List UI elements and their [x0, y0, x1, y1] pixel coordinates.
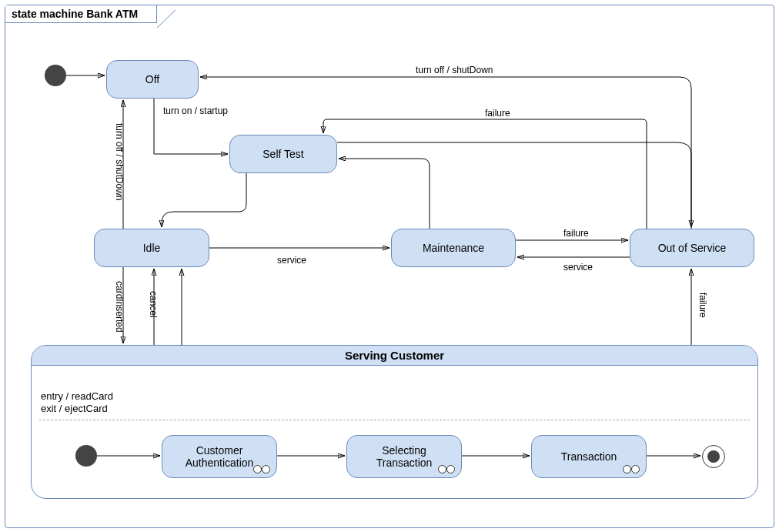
state-idle-label: Idle [143, 242, 161, 254]
initial-state-top [45, 65, 66, 86]
submachine-icon [253, 465, 270, 474]
composite-separator [39, 420, 750, 420]
frame-title-text: state machine Bank ATM [12, 8, 138, 20]
state-self-test-label: Self Test [262, 148, 303, 160]
composite-entry-text: entry / readCard [41, 390, 113, 403]
state-self-test: Self Test [229, 135, 337, 173]
lbl-failure-selftest-oos: failure [485, 108, 510, 119]
submachine-icon [623, 465, 640, 474]
initial-state-inner [75, 445, 97, 467]
state-customer-authentication: Customer Authentication [162, 435, 277, 478]
state-customer-authentication-label: Customer Authentication [186, 444, 254, 469]
state-out-of-service-label: Out of Service [658, 242, 727, 254]
lbl-service-idle-maint: service [277, 255, 306, 266]
composite-exit-text: exit / ejectCard [41, 403, 113, 415]
state-maintenance: Maintenance [391, 229, 516, 267]
composite-header: Serving Customer [32, 346, 757, 366]
state-transaction: Transaction [531, 435, 647, 478]
final-state-inner-dot [707, 450, 720, 463]
state-maintenance-label: Maintenance [423, 242, 484, 254]
state-selecting-transaction: Selecting Transaction [346, 435, 462, 478]
final-state-inner [702, 445, 725, 468]
state-idle: Idle [94, 229, 209, 267]
state-out-of-service: Out of Service [630, 229, 754, 267]
lbl-turn-off-shutdown-idle: turn off / shutDown [114, 123, 125, 201]
state-transaction-label: Transaction [561, 450, 617, 463]
submachine-icon [438, 465, 455, 474]
frame-title: state machine Bank ATM [5, 5, 157, 23]
composite-title: Serving Customer [345, 349, 444, 362]
lbl-turn-off-shutdown-top: turn off / shutDown [416, 65, 493, 75]
lbl-failure-serving-oos: failure [697, 293, 708, 318]
lbl-card-inserted: cardInserted [114, 281, 125, 333]
frame-title-notch [157, 10, 176, 28]
lbl-failure-maint-oos: failure [563, 228, 589, 239]
state-off: Off [106, 60, 199, 99]
lbl-cancel: cancel [148, 291, 159, 318]
composite-entry-exit: entry / readCard exit / ejectCard [41, 390, 113, 416]
lbl-service-oos-maint: service [563, 262, 593, 273]
state-selecting-transaction-label: Selecting Transaction [376, 444, 433, 469]
lbl-turn-on-startup: turn on / startup [163, 105, 228, 116]
state-off-label: Off [145, 73, 159, 85]
